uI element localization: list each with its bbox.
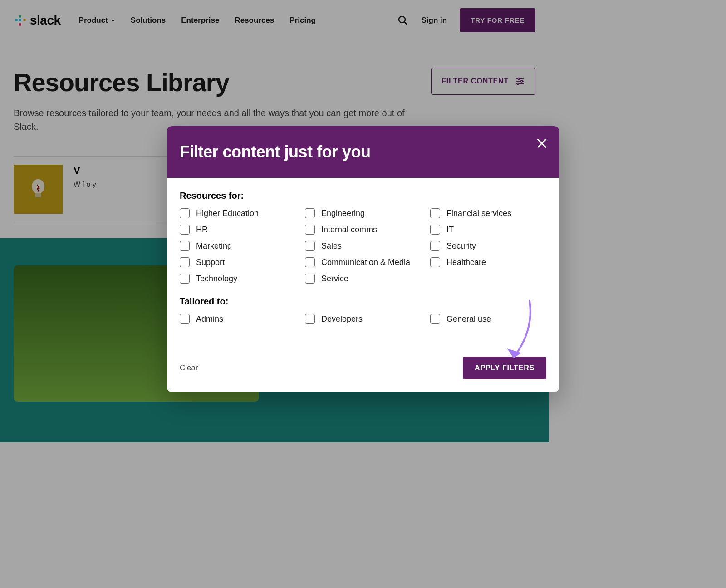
checkbox[interactable] — [430, 257, 440, 267]
checkbox[interactable] — [180, 241, 190, 251]
checkbox[interactable] — [430, 241, 440, 251]
checkbox-label: Service — [321, 274, 348, 284]
close-button[interactable] — [535, 137, 548, 150]
checkbox-label: Communication & Media — [321, 258, 410, 267]
checkbox-label: Admins — [196, 314, 223, 324]
checkbox[interactable] — [430, 225, 440, 235]
clear-filters-link[interactable]: Clear — [180, 363, 198, 372]
filter-checkbox-item[interactable]: Sales — [305, 241, 421, 251]
filter-checkbox-item[interactable]: Support — [180, 257, 296, 267]
checkbox[interactable] — [305, 225, 315, 235]
checkbox[interactable] — [305, 208, 315, 218]
checkbox[interactable] — [180, 225, 190, 235]
checkbox[interactable] — [180, 208, 190, 218]
checkbox-label: Internal comms — [321, 225, 377, 235]
checkbox-label: Marketing — [196, 241, 232, 251]
checkbox-label: IT — [446, 225, 454, 235]
filter-checkbox-item[interactable]: Marketing — [180, 241, 296, 251]
filter-checkbox-item[interactable]: Communication & Media — [305, 257, 421, 267]
filter-checkbox-item[interactable]: Healthcare — [430, 257, 546, 267]
filter-checkbox-item[interactable]: Service — [305, 274, 421, 284]
checkbox[interactable] — [180, 274, 190, 284]
close-icon — [535, 137, 548, 150]
checkbox-label: General use — [446, 314, 491, 324]
filter-checkbox-item[interactable]: Internal comms — [305, 225, 421, 235]
modal-body: Resources for: Higher Education Engineer… — [167, 178, 549, 346]
checkbox-label: Security — [446, 241, 476, 251]
checkbox-label: Sales — [321, 241, 342, 251]
checkbox[interactable] — [430, 208, 440, 218]
checkbox[interactable] — [180, 257, 190, 267]
checkbox-label: Support — [196, 258, 225, 267]
filter-checkbox-item[interactable]: Developers — [305, 314, 421, 324]
filter-checkbox-item[interactable]: General use — [430, 314, 546, 324]
filter-checkbox-item[interactable]: Security — [430, 241, 546, 251]
apply-label: APPLY FILTERS — [475, 364, 535, 372]
filter-checkbox-item[interactable]: Technology — [180, 274, 296, 284]
filter-checkbox-item[interactable]: Financial services — [430, 208, 546, 218]
modal-footer: Clear APPLY FILTERS — [167, 346, 549, 392]
filter-checkbox-item[interactable]: HR — [180, 225, 296, 235]
filter-checkbox-item[interactable]: IT — [430, 225, 546, 235]
checkbox-label: Developers — [321, 314, 363, 324]
checkbox[interactable] — [305, 314, 315, 324]
checkbox[interactable] — [305, 257, 315, 267]
checkbox-label: Healthcare — [446, 258, 486, 267]
resources-for-grid: Higher Education Engineering Financial s… — [180, 208, 546, 284]
apply-filters-button[interactable]: APPLY FILTERS — [463, 357, 546, 379]
checkbox[interactable] — [430, 314, 440, 324]
filter-checkbox-item[interactable]: Admins — [180, 314, 296, 324]
modal-header: Filter content just for you — [167, 126, 549, 178]
filter-section-title: Tailored to: — [180, 296, 546, 307]
filter-section-title: Resources for: — [180, 191, 546, 201]
filter-checkbox-item[interactable]: Engineering — [305, 208, 421, 218]
checkbox-label: Higher Education — [196, 209, 259, 218]
filter-checkbox-item[interactable]: Higher Education — [180, 208, 296, 218]
checkbox-label: Engineering — [321, 209, 365, 218]
checkbox[interactable] — [305, 241, 315, 251]
checkbox-label: HR — [196, 225, 208, 235]
checkbox[interactable] — [305, 274, 315, 284]
modal-title: Filter content just for you — [180, 142, 546, 162]
checkbox[interactable] — [180, 314, 190, 324]
checkbox-label: Financial services — [446, 209, 511, 218]
modal-overlay[interactable]: Filter content just for you Resources fo… — [0, 0, 549, 442]
checkbox-label: Technology — [196, 274, 237, 284]
tailored-to-grid: Admins Developers General use — [180, 314, 546, 324]
filter-modal: Filter content just for you Resources fo… — [167, 126, 549, 392]
